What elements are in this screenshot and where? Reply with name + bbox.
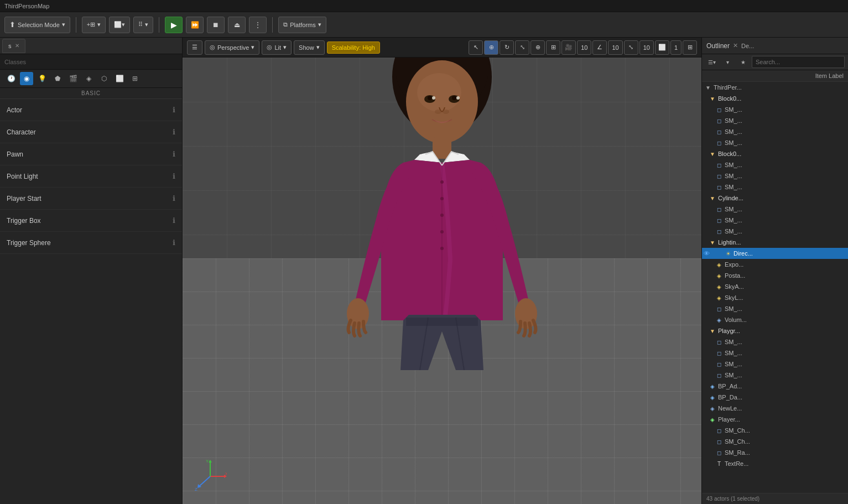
cinematics-icon[interactable]: 🎬 bbox=[66, 72, 80, 85]
outliner-search-input[interactable] bbox=[752, 56, 845, 68]
table-row[interactable]: ◻ SM_... bbox=[702, 137, 848, 148]
table-row[interactable]: ◻ SM_... bbox=[702, 204, 848, 215]
table-row[interactable]: ◈ NewLe... bbox=[702, 403, 848, 414]
list-item[interactable]: Actor ℹ bbox=[0, 99, 182, 121]
help-icon[interactable]: ℹ bbox=[173, 238, 175, 247]
lit-button[interactable]: ◎ Lit ▾ bbox=[262, 40, 292, 55]
display-value[interactable]: 1 bbox=[670, 40, 681, 55]
help-icon[interactable]: ℹ bbox=[173, 216, 175, 225]
scale-tool-button[interactable]: ⤡ bbox=[515, 40, 529, 55]
help-icon[interactable]: ℹ bbox=[173, 172, 175, 180]
camera-speed-button[interactable]: 🎥 bbox=[561, 40, 576, 55]
all-classes-icon[interactable]: ◉ bbox=[20, 72, 33, 85]
tree-item-label: Cylinde... bbox=[718, 195, 846, 201]
table-row[interactable]: ◻ SM_Ra... bbox=[702, 447, 848, 458]
scalability-badge[interactable]: Scalability: High bbox=[327, 41, 380, 54]
table-row[interactable]: ▼ Block0... bbox=[702, 93, 848, 104]
visibility-icon[interactable]: 👁 bbox=[702, 249, 711, 258]
rotate-tool-button[interactable]: ↻ bbox=[500, 40, 514, 55]
scale-snap-value[interactable]: 10 bbox=[639, 40, 654, 55]
list-item[interactable]: Trigger Sphere ℹ bbox=[0, 232, 182, 254]
table-row[interactable]: ◻ SM_... bbox=[702, 215, 848, 226]
table-row[interactable]: ◻ SM_... bbox=[702, 358, 848, 370]
add-content-button[interactable]: +⊞ ▾ bbox=[82, 17, 106, 33]
viewport[interactable]: ☰ ◎ Perspective ▾ ◎ Lit ▾ Show ▾ Scalabi… bbox=[183, 38, 701, 504]
list-item[interactable]: Player Start ℹ bbox=[0, 188, 182, 210]
table-row[interactable]: ◻ SM_Ch... bbox=[702, 425, 848, 436]
recent-icon[interactable]: 🕐 bbox=[4, 72, 18, 85]
list-item[interactable]: Pawn ℹ bbox=[0, 143, 182, 165]
chevron-down-icon-4: ▾ bbox=[318, 21, 321, 28]
table-row[interactable]: ◈ Expo... bbox=[702, 259, 848, 270]
volumes-icon[interactable]: ⬜ bbox=[113, 72, 126, 85]
table-row[interactable]: ▼ Block0... bbox=[702, 148, 848, 159]
selection-mode-button[interactable]: ⬆ Selection Mode ▾ bbox=[4, 17, 70, 33]
outliner-close-button[interactable]: ✕ bbox=[733, 42, 738, 49]
classes-search-input[interactable] bbox=[0, 54, 182, 70]
table-row[interactable]: 👁 ☀ Direc... bbox=[702, 248, 848, 259]
viewport-menu-button[interactable]: ☰ bbox=[187, 40, 202, 55]
settings-button[interactable]: ⠿ ▾ bbox=[133, 17, 153, 33]
outliner-bookmark-button[interactable]: ★ bbox=[736, 55, 750, 69]
table-row[interactable]: ▼ Lightin... bbox=[702, 237, 848, 248]
classes-tab[interactable]: s ✕ bbox=[2, 39, 25, 53]
all-icon[interactable]: ⊞ bbox=[128, 72, 142, 85]
show-button[interactable]: Show ▾ bbox=[294, 40, 325, 55]
table-row[interactable]: ◻ SM_... bbox=[702, 126, 848, 137]
play-button[interactable]: ▶ bbox=[165, 17, 183, 33]
classes-tab-close[interactable]: ✕ bbox=[15, 43, 19, 49]
table-row[interactable]: ◈ BP_Da... bbox=[702, 392, 848, 403]
table-row[interactable]: ◻ SM_... bbox=[702, 347, 848, 358]
table-row[interactable]: T TextRe... bbox=[702, 458, 848, 469]
table-row[interactable]: ◻ SM_... bbox=[702, 226, 848, 237]
list-item[interactable]: Character ℹ bbox=[0, 121, 182, 143]
select-mode-button[interactable]: ⬜▾ bbox=[109, 17, 130, 33]
select-tool-button[interactable]: ↖ bbox=[469, 40, 483, 55]
grid-snap-value[interactable]: 10 bbox=[577, 40, 591, 55]
platforms-button[interactable]: ⧉ Platforms ▾ bbox=[278, 17, 326, 33]
table-row[interactable]: ◈ Volum... bbox=[702, 314, 848, 325]
table-row[interactable]: ◻ SM_... bbox=[702, 115, 848, 126]
world-transform-button[interactable]: ⊕ bbox=[530, 40, 545, 55]
help-icon[interactable]: ℹ bbox=[173, 128, 175, 136]
visuals-icon[interactable]: ◈ bbox=[82, 72, 95, 85]
outliner-filter-button[interactable]: ☰▾ bbox=[705, 55, 719, 69]
rotation-snap-value[interactable]: 10 bbox=[608, 40, 622, 55]
table-row[interactable]: ◻ SM_Ch... bbox=[702, 436, 848, 447]
table-row[interactable]: ▼ Playgr... bbox=[702, 325, 848, 336]
shapes-icon[interactable]: ⬟ bbox=[51, 72, 64, 85]
table-row[interactable]: ▼ ThirdPer... bbox=[702, 82, 848, 93]
list-item[interactable]: Point Light ℹ bbox=[0, 165, 182, 188]
table-row[interactable]: ◈ SkyA... bbox=[702, 281, 848, 292]
help-icon[interactable]: ℹ bbox=[173, 194, 175, 202]
play-from-here-button[interactable]: ⏩ bbox=[186, 17, 204, 33]
table-row[interactable]: ◻ SM_... bbox=[702, 336, 848, 347]
maximize-button[interactable]: ⊞ bbox=[683, 40, 697, 55]
tree-item-type-icon: ◻ bbox=[715, 305, 723, 313]
tree-item-type-icon: ◻ bbox=[715, 216, 723, 224]
table-row[interactable]: ◈ SkyL... bbox=[702, 292, 848, 303]
list-item[interactable]: Trigger Box ℹ bbox=[0, 210, 182, 232]
nav-icon[interactable]: ⬡ bbox=[97, 72, 111, 85]
stop-button[interactable]: ⏹ bbox=[207, 17, 225, 33]
translate-tool-button[interactable]: ⊕ bbox=[484, 40, 498, 55]
table-row[interactable]: ◻ SM_... bbox=[702, 159, 848, 170]
table-row[interactable]: ◻ SM_... bbox=[702, 104, 848, 115]
table-row[interactable]: ◻ SM_... bbox=[702, 303, 848, 314]
surface-snapping-button[interactable]: ⊞ bbox=[546, 40, 560, 55]
perspective-button[interactable]: ◎ Perspective ▾ bbox=[205, 40, 259, 55]
details-label[interactable]: De... bbox=[741, 43, 754, 49]
table-row[interactable]: ◈ Player... bbox=[702, 414, 848, 425]
more-options-button[interactable]: ⋮ bbox=[249, 17, 267, 33]
help-icon[interactable]: ℹ bbox=[173, 150, 175, 158]
table-row[interactable]: ▼ Cylinde... bbox=[702, 193, 848, 204]
table-row[interactable]: ◻ SM_... bbox=[702, 181, 848, 193]
lights-icon[interactable]: 💡 bbox=[35, 72, 49, 85]
outliner-expand-button[interactable]: ▾ bbox=[721, 55, 734, 69]
table-row[interactable]: ◻ SM_... bbox=[702, 370, 848, 381]
eject-button[interactable]: ⏏ bbox=[228, 17, 246, 33]
table-row[interactable]: ◈ BP_Ad... bbox=[702, 381, 848, 392]
table-row[interactable]: ◈ Posta... bbox=[702, 270, 848, 281]
help-icon[interactable]: ℹ bbox=[173, 106, 175, 114]
table-row[interactable]: ◻ SM_... bbox=[702, 170, 848, 181]
